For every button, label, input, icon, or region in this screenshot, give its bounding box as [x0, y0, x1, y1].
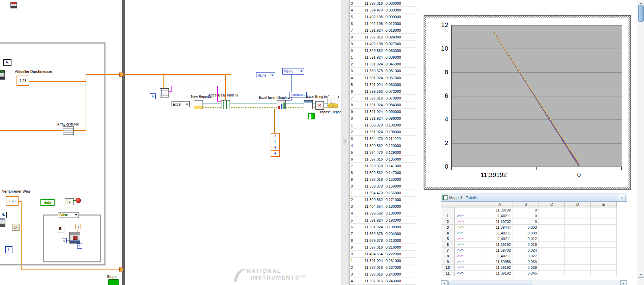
row-header[interactable]: 9: [441, 259, 455, 265]
worksheet-titlebar[interactable]: Mappe1 - Tabelle ✕: [441, 194, 627, 202]
cell-a[interactable]: 11,39702: [487, 248, 513, 253]
row-header[interactable]: [441, 207, 455, 213]
numeric-terminal[interactable]: 1.23: [17, 76, 29, 86]
excel-insert-graph-vi-icon[interactable]: [277, 100, 286, 109]
numeric-terminal[interactable]: 1.23: [6, 196, 19, 206]
cell-b[interactable]: 0,003: [513, 225, 539, 230]
cell-c[interactable]: [539, 230, 565, 236]
cell-a[interactable]: 11,40211: [487, 230, 513, 236]
row-header[interactable]: 7: [441, 248, 455, 253]
build-array-node[interactable]: [63, 126, 74, 135]
worksheet-row[interactable]: 1011,391920,039: [441, 265, 627, 270]
cell-c[interactable]: [539, 270, 565, 276]
stop-led-icon[interactable]: [75, 198, 81, 203]
sparkline-cell[interactable]: [455, 236, 487, 242]
partial-terminal-icon[interactable]: [0, 70, 5, 80]
row-header[interactable]: 5: [441, 236, 455, 242]
scroll-right-button[interactable]: ►: [620, 280, 627, 285]
array-element[interactable]: 4: [271, 151, 279, 156]
worksheet-row[interactable]: 11,391920: [441, 207, 627, 213]
sparkline-cell[interactable]: [455, 248, 487, 253]
row-header[interactable]: 2: [441, 219, 455, 225]
stopp-boolean[interactable]: [108, 279, 119, 285]
cell-d[interactable]: [565, 253, 591, 259]
worksheet-row[interactable]: 311,394470,003: [441, 225, 627, 230]
cell-d[interactable]: [565, 213, 591, 219]
cell-b[interactable]: 0,039: [513, 265, 539, 270]
column-header-d[interactable]: D: [565, 202, 591, 207]
case-selector[interactable]: False: [58, 212, 79, 218]
splitter-handle[interactable]: [343, 139, 347, 143]
scrollbar-thumb[interactable]: [448, 281, 533, 285]
cell-e[interactable]: [591, 213, 617, 219]
cell-a[interactable]: 11,39702: [487, 219, 513, 225]
worksheet-row[interactable]: 711,397020,024: [441, 248, 627, 253]
cell-c[interactable]: [539, 213, 565, 219]
cell-c[interactable]: [539, 207, 565, 213]
row-header[interactable]: 11: [441, 270, 455, 276]
sparkline-cell[interactable]: [455, 270, 487, 276]
cell-e[interactable]: [591, 230, 617, 236]
worksheet-row[interactable]: 811,402110,027: [441, 253, 627, 259]
cell-d[interactable]: [565, 265, 591, 270]
cell-b[interactable]: 0,018: [513, 242, 539, 248]
cell-c[interactable]: [539, 265, 565, 270]
xlline-ring-selector[interactable]: xlLine: [256, 72, 275, 78]
numeric-constant-1[interactable]: 1: [77, 244, 82, 249]
metric-ring-selector[interactable]: Metric: [282, 68, 304, 75]
cell-d[interactable]: [565, 270, 591, 276]
row-header[interactable]: 10: [441, 265, 455, 270]
cell-e[interactable]: [591, 253, 617, 259]
array-constant[interactable]: 3 1 4 4: [271, 133, 280, 157]
worksheet-row[interactable]: 411,402110,009: [441, 230, 627, 236]
scrollbar-thumb[interactable]: [638, 6, 644, 22]
worksheet-row[interactable]: 211,397020: [441, 219, 627, 225]
cell-e[interactable]: [591, 219, 617, 225]
scroll-left-button[interactable]: ◄: [441, 280, 448, 285]
measurement-table[interactable]: 311.397.0160,000000411.394.4700,00300051…: [349, 0, 416, 285]
excel-easy-table-vi-icon[interactable]: [221, 100, 230, 109]
cell-b[interactable]: 0: [513, 219, 539, 225]
cell-e[interactable]: [591, 265, 617, 270]
array-element[interactable]: 1: [271, 139, 279, 145]
right-scrollbar[interactable]: ▲ ▼: [638, 0, 644, 285]
cell-c[interactable]: [539, 253, 565, 259]
sparkline-cell[interactable]: [455, 213, 487, 219]
cell-a[interactable]: 11,39192: [487, 270, 513, 276]
motor-vi-icon[interactable]: [69, 232, 80, 244]
greater-node[interactable]: ▷: [12, 224, 20, 231]
worksheet-row[interactable]: 511,402110,012: [441, 236, 627, 242]
cell-e[interactable]: [591, 236, 617, 242]
cell-d[interactable]: [565, 207, 591, 213]
cell-d[interactable]: [565, 219, 591, 225]
cell-e[interactable]: [591, 242, 617, 248]
new-report-vi-icon[interactable]: [194, 100, 203, 109]
array-element[interactable]: 3: [271, 134, 279, 139]
cell-b[interactable]: 0,024: [513, 248, 539, 253]
cell-a[interactable]: 11,39192: [487, 265, 513, 270]
cell-c[interactable]: [539, 242, 565, 248]
array-element[interactable]: 4: [271, 145, 279, 151]
dispose-report-vi-icon[interactable]: ✕: [315, 101, 324, 110]
cell-d[interactable]: [565, 225, 591, 230]
corner-header[interactable]: [441, 202, 487, 207]
close-button[interactable]: ✕: [618, 195, 625, 201]
numeric-constant-4[interactable]: 4: [75, 224, 81, 229]
cell-c[interactable]: [539, 225, 565, 230]
cell-b[interactable]: 0,027: [513, 253, 539, 259]
cell-d[interactable]: [565, 242, 591, 248]
row-header[interactable]: 8: [441, 253, 455, 259]
cell-a[interactable]: 11,39192: [487, 207, 513, 213]
cell-e[interactable]: [591, 259, 617, 265]
scroll-down-button[interactable]: ▼: [638, 272, 644, 278]
cell-a[interactable]: 11,39192: [487, 242, 513, 248]
worksheet-window[interactable]: Mappe1 - Tabelle ✕ A B C D E 11,39192011…: [441, 194, 627, 285]
cell-b[interactable]: 0: [513, 213, 539, 219]
format-array-node-icon[interactable]: [160, 88, 169, 97]
numeric-constant-0[interactable]: 0: [62, 238, 67, 243]
sparkline-cell[interactable]: [455, 207, 487, 213]
cell-b[interactable]: 0,045: [513, 270, 539, 276]
cell-b[interactable]: 0: [513, 207, 539, 213]
or-gate-node[interactable]: ∨: [65, 198, 74, 205]
column-header-b[interactable]: B: [513, 202, 539, 207]
